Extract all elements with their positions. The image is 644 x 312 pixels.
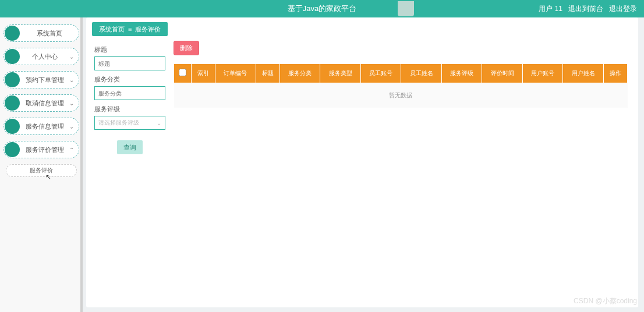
breadcrumb-current: 服务评价: [135, 25, 161, 34]
select-placeholder: 请选择服务评级: [98, 119, 139, 127]
sidebar-item-service-info[interactable]: 服务信息管理 ⌄: [3, 118, 79, 135]
dot-icon: [5, 95, 20, 111]
th-category: 服务分类: [279, 64, 320, 83]
th-action: 操作: [603, 64, 627, 83]
chevron-down-icon: ⌄: [69, 54, 74, 60]
sidebar-item-label: 取消信息管理: [20, 99, 69, 108]
empty-row: 暂无数据: [174, 83, 628, 108]
chevron-down-icon: ⌄: [157, 120, 161, 126]
rating-label: 服务评级: [94, 105, 165, 114]
category-input[interactable]: [94, 86, 165, 100]
header-user-area: 用户 11 退出到前台 退出登录: [539, 4, 637, 14]
breadcrumb-separator-icon: ≡: [128, 26, 132, 33]
dot-icon: [5, 119, 20, 134]
main-panel: 系统首页 ≡ 服务评价 标题 服务分类 服务评级 请选择服务评级 ⌄ 查询 删除: [86, 17, 638, 307]
category-label: 服务分类: [94, 75, 165, 84]
th-order-no: 订单编号: [215, 64, 256, 83]
scrollbar[interactable]: [80, 17, 83, 312]
breadcrumb-home[interactable]: 系统首页: [99, 25, 125, 34]
th-type: 服务类型: [320, 64, 361, 83]
search-panel: 标题 服务分类 服务评级 请选择服务评级 ⌄ 查询: [86, 41, 174, 154]
delete-button[interactable]: 删除: [174, 41, 199, 55]
dot-icon: [5, 49, 20, 64]
th-user-no: 用户账号: [522, 64, 563, 83]
sidebar-item-label: 预约下单管理: [20, 76, 69, 84]
title-input[interactable]: [94, 56, 165, 70]
chevron-down-icon: ⌄: [69, 100, 74, 107]
user-label[interactable]: 用户 11: [539, 4, 562, 14]
sidebar-item-label: 服务评价管理: [20, 146, 69, 154]
sidebar-item-label: 系统首页: [20, 29, 79, 38]
app-title: 基于Java的家政平台: [288, 3, 356, 14]
table-area: 删除 索引 订单编号 标题 服务分类 服务类型 员工账号 员工姓名 服务评级 评…: [174, 41, 638, 154]
th-user-name: 用户姓名: [563, 64, 604, 83]
empty-text: 暂无数据: [174, 83, 628, 108]
header-bar: 基于Java的家政平台 用户 11 退出到前台 退出登录: [0, 0, 644, 17]
title-label: 标题: [94, 45, 165, 54]
dot-icon: [5, 26, 20, 41]
sidebar-item-cancel[interactable]: 取消信息管理 ⌄: [3, 94, 79, 112]
data-table: 索引 订单编号 标题 服务分类 服务类型 员工账号 员工姓名 服务评级 评价时间…: [174, 63, 628, 108]
dot-icon: [5, 142, 20, 157]
dot-icon: [5, 72, 20, 87]
search-button[interactable]: 查询: [117, 140, 143, 154]
chevron-up-icon: ⌃: [69, 147, 74, 153]
sidebar-item-label: 个人中心: [20, 52, 69, 61]
sidebar-item-label: 服务信息管理: [20, 122, 69, 131]
select-all-checkbox[interactable]: [179, 69, 186, 76]
th-index: 索引: [192, 64, 215, 83]
sidebar: 系统首页 个人中心 ⌄ 预约下单管理 ⌄ 取消信息管理 ⌄ 服务信息管理 ⌄ 服…: [0, 17, 83, 312]
breadcrumb: 系统首页 ≡ 服务评价: [92, 22, 168, 36]
sidebar-item-profile[interactable]: 个人中心 ⌄: [3, 48, 79, 65]
checkbox-header: [174, 64, 192, 83]
chevron-down-icon: ⌄: [69, 123, 74, 130]
submenu-label: 服务评价: [30, 166, 53, 175]
logout-link[interactable]: 退出登录: [609, 4, 637, 14]
submenu-service-review[interactable]: 服务评价 ↖: [6, 164, 77, 177]
th-title: 标题: [256, 64, 279, 83]
ribbon-icon: [398, 1, 414, 16]
chevron-down-icon: ⌄: [69, 77, 74, 83]
sidebar-item-home[interactable]: 系统首页: [3, 24, 79, 42]
rating-select[interactable]: 请选择服务评级 ⌄: [94, 116, 165, 130]
sidebar-item-service-review[interactable]: 服务评价管理 ⌃: [3, 141, 79, 158]
th-emp-name: 员工姓名: [401, 64, 442, 83]
sidebar-item-orders[interactable]: 预约下单管理 ⌄: [3, 71, 79, 88]
th-emp-no: 员工账号: [360, 64, 401, 83]
th-time: 评价时间: [482, 64, 523, 83]
th-rating: 服务评级: [441, 64, 482, 83]
watermark: CSDN @小蔡coding: [574, 296, 637, 306]
table-header-row: 索引 订单编号 标题 服务分类 服务类型 员工账号 员工姓名 服务评级 评价时间…: [174, 64, 628, 83]
to-front-link[interactable]: 退出到前台: [568, 4, 603, 14]
